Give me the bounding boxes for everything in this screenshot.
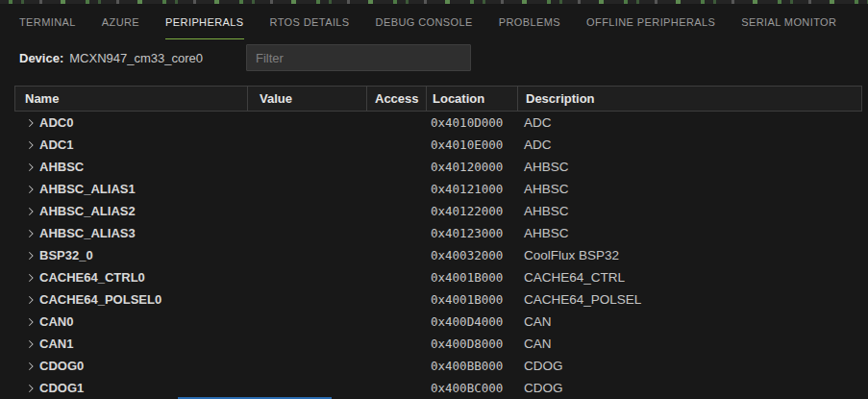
peripheral-description: ADC: [524, 115, 552, 130]
table-row[interactable]: CACHE64_CTRL0 0x4001B000 CACHE64_CTRL: [0, 266, 868, 288]
peripheral-location: 0x400BB000: [431, 359, 503, 373]
panel-tab-label: TERMINAL: [19, 16, 76, 28]
panel-tab-azure[interactable]: AZURE: [102, 4, 139, 39]
chevron-right-icon[interactable]: [24, 314, 39, 330]
peripheral-name: ADC1: [39, 137, 73, 152]
peripheral-description: AHBSC: [524, 160, 569, 174]
table-row[interactable]: CAN0 0x400D4000 CAN: [0, 311, 868, 333]
peripheral-location: 0x40121000: [431, 182, 503, 196]
peripheral-description: CACHE64_POLSEL: [524, 292, 641, 307]
peripheral-location: 0x40122000: [431, 204, 503, 218]
peripheral-description: AHBSC: [524, 204, 569, 218]
peripheral-description: CAN: [524, 337, 552, 351]
column-header-name: Name: [15, 87, 247, 111]
peripheral-location: 0x4010E000: [431, 137, 503, 152]
chevron-right-icon[interactable]: [24, 337, 39, 352]
peripheral-location: 0x40032000: [431, 248, 503, 262]
panel-tab-offline-peripherals[interactable]: OFFLINE PERIPHERALS: [586, 4, 715, 39]
chevron-right-icon[interactable]: [24, 160, 39, 175]
peripheral-name: CAN0: [39, 314, 73, 329]
panel-tab-peripherals[interactable]: PERIPHERALS: [165, 4, 243, 39]
panel-tab-label: RTOS DETAILS: [270, 16, 350, 28]
panel-tab-label: PROBLEMS: [499, 16, 560, 28]
table-header: Name Value Access Location Description: [14, 86, 862, 112]
column-header-access: Access: [366, 87, 426, 111]
device-toolbar: Device: MCXN947_cm33_core0: [0, 39, 868, 76]
panel-tab-debug-console[interactable]: DEBUG CONSOLE: [376, 4, 473, 39]
peripheral-location: 0x40123000: [431, 226, 503, 240]
panel-tab-serial-monitor[interactable]: SERIAL MONITOR: [741, 4, 836, 39]
chevron-right-icon[interactable]: [24, 182, 39, 197]
peripheral-description: CDOG: [524, 359, 563, 373]
peripheral-location: 0x4001B000: [431, 292, 503, 307]
peripheral-table-body: ADC0 0x4010D000 ADC ADC1 0x4010E000 ADC …: [0, 112, 868, 399]
chevron-right-icon[interactable]: [24, 292, 39, 308]
panel-tab-bar: TERMINALAZUREPERIPHERALSRTOS DETAILSDEBU…: [0, 4, 868, 39]
peripheral-location: 0x4001B000: [431, 270, 503, 285]
peripheral-name: BSP32_0: [39, 248, 93, 262]
table-row[interactable]: AHBSC_ALIAS2 0x40122000 AHBSC: [0, 200, 868, 222]
peripheral-location: 0x40120000: [431, 160, 503, 174]
table-row[interactable]: ADC1 0x4010E000 ADC: [0, 134, 868, 156]
device-name-value: MCXN947_cm33_core0: [69, 51, 203, 65]
panel-tab-label: SERIAL MONITOR: [741, 16, 836, 28]
peripheral-location: 0x4010D000: [431, 115, 503, 130]
peripheral-name: CDOG1: [39, 381, 84, 395]
chevron-right-icon[interactable]: [24, 248, 39, 263]
peripheral-description: AHBSC: [524, 182, 569, 196]
peripheral-name: AHBSC_ALIAS3: [39, 226, 136, 240]
table-row[interactable]: CDOG0 0x400BB000 CDOG: [0, 355, 868, 377]
peripheral-description: CACHE64_CTRL: [524, 270, 625, 285]
panel-tab-label: AZURE: [102, 16, 139, 28]
table-row[interactable]: AHBSC 0x40120000 AHBSC: [0, 156, 868, 178]
peripheral-location: 0x400BC000: [431, 381, 503, 395]
peripheral-name: CACHE64_CTRL0: [39, 270, 145, 285]
chevron-right-icon[interactable]: [24, 270, 39, 286]
peripheral-location: 0x400D8000: [431, 337, 503, 351]
table-row[interactable]: ADC0 0x4010D000 ADC: [0, 112, 868, 134]
column-header-location: Location: [426, 87, 517, 111]
peripheral-name: ADC0: [39, 115, 73, 130]
table-row[interactable]: CACHE64_POLSEL0 0x4001B000 CACHE64_POLSE…: [0, 288, 868, 311]
panel-tab-problems[interactable]: PROBLEMS: [499, 4, 560, 39]
peripheral-name: CACHE64_POLSEL0: [39, 292, 161, 307]
table-row[interactable]: CDOG1 0x400BC000 CDOG: [0, 377, 868, 399]
table-row[interactable]: BSP32_0 0x40032000 CoolFlux BSP32: [0, 244, 868, 266]
panel-tab-rtos-details[interactable]: RTOS DETAILS: [270, 4, 350, 39]
peripheral-description: CDOG: [524, 381, 563, 395]
peripheral-description: ADC: [524, 137, 552, 152]
chevron-right-icon[interactable]: [24, 359, 39, 374]
chevron-right-icon[interactable]: [24, 204, 39, 219]
panel-tab-label: PERIPHERALS: [165, 16, 243, 28]
peripheral-name: AHBSC_ALIAS1: [39, 182, 136, 196]
table-row[interactable]: AHBSC_ALIAS3 0x40123000 AHBSC: [0, 222, 868, 244]
peripheral-name: CDOG0: [39, 359, 84, 373]
panel-tab-label: OFFLINE PERIPHERALS: [586, 16, 715, 28]
peripheral-name: CAN1: [39, 337, 73, 351]
peripheral-description: CAN: [524, 314, 552, 329]
peripheral-description: AHBSC: [524, 226, 569, 240]
chevron-right-icon[interactable]: [24, 137, 39, 153]
device-label: Device:: [19, 51, 63, 65]
filter-input[interactable]: [246, 44, 471, 71]
peripheral-name: AHBSC: [39, 160, 84, 174]
column-header-value: Value: [247, 87, 366, 111]
peripheral-name: AHBSC_ALIAS2: [39, 204, 136, 218]
panel-tab-label: DEBUG CONSOLE: [376, 16, 473, 28]
chevron-right-icon[interactable]: [24, 226, 39, 241]
table-row[interactable]: AHBSC_ALIAS1 0x40121000 AHBSC: [0, 178, 868, 200]
chevron-right-icon[interactable]: [24, 381, 39, 396]
table-row[interactable]: CAN1 0x400D8000 CAN: [0, 333, 868, 355]
column-header-description: Description: [517, 87, 861, 111]
peripheral-description: CoolFlux BSP32: [524, 248, 619, 262]
peripheral-location: 0x400D4000: [431, 314, 503, 329]
panel-tab-terminal[interactable]: TERMINAL: [19, 4, 76, 39]
chevron-right-icon[interactable]: [24, 115, 39, 131]
